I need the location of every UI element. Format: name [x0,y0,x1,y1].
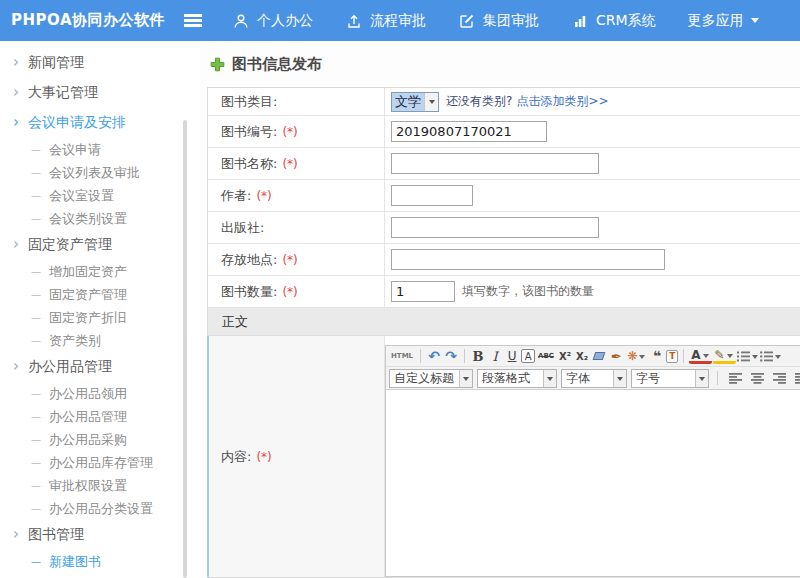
nav-personal-office[interactable]: 个人办公 [232,12,313,30]
font-color-icon[interactable]: A [689,349,711,364]
nav-label: CRM系统 [596,12,656,30]
sidebar-sub-item[interactable]: —会议室设置 [0,184,200,207]
content-area: 图书信息发布 图书类目: 文学 还没有类别? 点击添加类别>> 图书编号:(*) [200,41,800,578]
hamburger-menu-icon[interactable] [184,14,202,27]
dash-icon: — [31,289,41,300]
sidebar-item-label: 会议列表及审批 [49,164,140,182]
bold-icon[interactable]: B [470,348,486,365]
sidebar-group-item[interactable]: ›固定资产管理 [0,230,200,260]
dash-icon: — [31,312,41,323]
form-row-publisher: 出版社: [208,212,800,244]
nav-crm-system[interactable]: CRM系统 [571,12,656,30]
font-style-icon[interactable]: A [521,349,535,363]
sidebar-group-item[interactable]: ›图书管理 [0,520,200,550]
sidebar-group-item[interactable]: ›办公用品管理 [0,352,200,382]
paragraph-format-select[interactable]: 段落格式 [477,369,557,388]
sidebar-sub-item[interactable]: —资产类别 [0,329,200,352]
publisher-input[interactable] [391,217,599,238]
sidebar-scrollbar[interactable] [183,120,187,578]
select-arrow-icon [424,93,438,111]
sidebar-sub-item[interactable]: —办公用品采购 [0,428,200,451]
font-family-select[interactable]: 字体 [561,369,627,388]
location-input[interactable] [391,249,665,270]
required-mark: (*) [256,450,271,464]
sidebar-sub-item[interactable]: —办公用品分类设置 [0,497,200,520]
align-center-icon[interactable] [748,370,766,387]
sidebar-sub-item[interactable]: —增加固定资产 [0,260,200,283]
ordered-list-icon[interactable] [737,348,759,365]
paste-text-icon[interactable]: T [666,350,678,363]
dash-icon: — [31,213,41,224]
strikethrough-icon[interactable]: ABC [536,348,556,365]
sidebar-sub-item[interactable]: —新建图书 [0,550,200,573]
add-category-link[interactable]: 点击添加类别>> [516,93,608,110]
category-select[interactable]: 文学 [391,92,439,112]
field-label: 图书数量: [221,283,277,301]
sidebar-item-label: 资产类别 [49,332,101,350]
sidebar-sub-item[interactable]: —固定资产折旧 [0,306,200,329]
author-input[interactable] [391,185,473,206]
align-left-icon[interactable] [726,370,744,387]
sidebar-sub-item[interactable]: —会议列表及审批 [0,161,200,184]
top-nav: 个人办公 流程审批 集团审批 CRM系统 更多应用 [232,12,759,30]
page-title-text: 图书信息发布 [232,55,322,74]
nav-group-approval[interactable]: 集团审批 [458,12,539,30]
sidebar-item-label: 固定资产折旧 [49,309,127,327]
nav-workflow-approval[interactable]: 流程审批 [345,12,426,30]
book-number-input[interactable] [391,121,547,142]
redo-icon[interactable]: ↷ [443,348,459,365]
sidebar-item-label: 办公用品管理 [28,358,112,376]
sidebar-sub-item[interactable]: —审批权限设置 [0,474,200,497]
book-name-input[interactable] [391,153,599,174]
sidebar-group-item[interactable]: ›会议申请及安排 [0,108,200,138]
sidebar-sub-item[interactable]: —图书管理 [0,573,200,578]
dash-icon: — [31,144,41,155]
field-label: 图书编号: [221,123,277,141]
dash-icon: — [31,457,41,468]
form-row-category: 图书类目: 文学 还没有类别? 点击添加类别>> [208,88,800,116]
align-right-icon[interactable] [770,370,788,387]
edit-icon [458,12,476,29]
font-size-select[interactable]: 字号 [631,369,709,388]
dash-icon: — [31,266,41,277]
field-label: 图书类目: [221,93,277,111]
sidebar-sub-item[interactable]: —固定资产管理 [0,283,200,306]
nav-more-apps[interactable]: 更多应用 [688,12,759,30]
sidebar-item-label: 会议室设置 [49,187,114,205]
highlight-color-icon[interactable]: ✎ [713,349,736,364]
eraser-icon[interactable] [591,348,607,365]
sidebar-group-item[interactable]: ›新闻管理 [0,48,200,78]
quantity-input[interactable] [391,281,455,302]
format-brush-icon[interactable]: ✒ [608,348,624,365]
required-mark: (*) [256,189,271,203]
nav-label: 个人办公 [257,12,313,30]
auto-typeset-icon[interactable]: ❋ [625,348,648,365]
sidebar-group-item[interactable]: ›大事记管理 [0,78,200,108]
superscript-icon[interactable]: X² [557,348,573,365]
italic-icon[interactable]: I [487,348,503,365]
dash-icon: — [31,190,41,201]
undo-icon[interactable]: ↶ [426,348,442,365]
custom-title-select[interactable]: 自定义标题 [389,369,473,388]
sidebar-item-label: 会议类别设置 [49,210,127,228]
sidebar-item-label: 会议申请及安排 [28,114,126,132]
section-header-body: 正文 [208,308,800,336]
sidebar-item-label: 办公用品采购 [49,431,127,449]
align-justify-icon[interactable] [792,370,800,387]
user-icon [232,12,250,29]
sidebar-sub-item[interactable]: —会议类别设置 [0,207,200,230]
sidebar-sub-item[interactable]: —办公用品管理 [0,405,200,428]
sidebar-sub-item[interactable]: —办公用品库存管理 [0,451,200,474]
form-row-book-name: 图书名称:(*) [208,148,800,180]
main-layout: ›新闻管理›大事记管理›会议申请及安排—会议申请—会议列表及审批—会议室设置—会… [0,41,800,578]
nav-label: 流程审批 [370,12,426,30]
sidebar-sub-item[interactable]: —办公用品领用 [0,382,200,405]
html-source-icon[interactable]: HTML [389,348,415,365]
underline-icon[interactable]: U [504,348,520,365]
editor-content-area[interactable] [386,390,800,576]
unordered-list-icon[interactable] [760,348,782,365]
blockquote-icon[interactable]: ❝ [649,348,665,365]
sidebar-sub-item[interactable]: —会议申请 [0,138,200,161]
caret-down-icon [751,18,759,27]
subscript-icon[interactable]: X₂ [574,348,590,365]
